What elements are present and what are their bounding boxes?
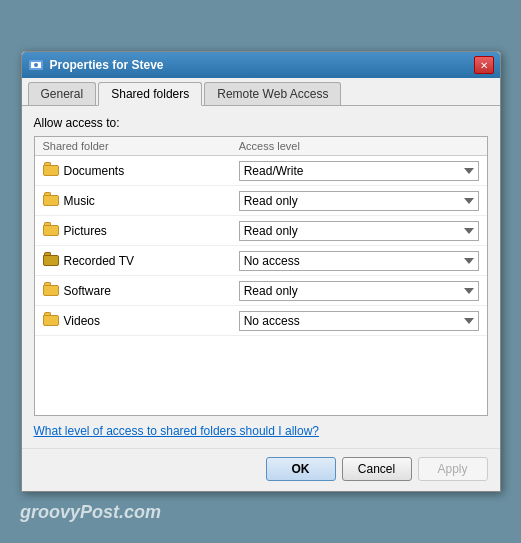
- folder-name: Recorded TV: [64, 254, 134, 268]
- access-select[interactable]: Read/WriteRead onlyNo access: [239, 221, 479, 241]
- folder-name: Documents: [64, 164, 125, 178]
- folder-name: Pictures: [64, 224, 107, 238]
- folder-name: Videos: [64, 314, 100, 328]
- folder-icon: [43, 312, 59, 329]
- table-row: VideosRead/WriteRead onlyNo access: [35, 306, 487, 336]
- table-row: PicturesRead/WriteRead onlyNo access: [35, 216, 487, 246]
- folder-name: Software: [64, 284, 111, 298]
- access-cell: Read/WriteRead onlyNo access: [239, 311, 479, 331]
- folder-name: Music: [64, 194, 95, 208]
- watermark: groovyPost.com: [20, 502, 161, 523]
- folder-cell: Documents: [43, 162, 239, 179]
- folder-cell: Software: [43, 282, 239, 299]
- folder-cell: Music: [43, 192, 239, 209]
- help-link[interactable]: What level of access to shared folders s…: [34, 424, 488, 438]
- table-row: DocumentsRead/WriteRead onlyNo access: [35, 156, 487, 186]
- tab-bar: General Shared folders Remote Web Access: [22, 78, 500, 106]
- col-header-folder: Shared folder: [43, 140, 239, 152]
- table-row: MusicRead/WriteRead onlyNo access: [35, 186, 487, 216]
- folder-icon: [43, 192, 59, 209]
- tab-shared-folders[interactable]: Shared folders: [98, 82, 202, 106]
- title-bar: Properties for Steve ✕: [22, 52, 500, 78]
- title-bar-buttons: ✕: [474, 56, 494, 74]
- ok-button[interactable]: OK: [266, 457, 336, 481]
- svg-point-2: [34, 63, 38, 67]
- folder-cell: Pictures: [43, 222, 239, 239]
- allow-access-label: Allow access to:: [34, 116, 488, 130]
- dialog-buttons: OK Cancel Apply: [22, 448, 500, 491]
- table-header: Shared folder Access level: [35, 137, 487, 156]
- access-cell: Read/WriteRead onlyNo access: [239, 161, 479, 181]
- access-cell: Read/WriteRead onlyNo access: [239, 191, 479, 211]
- title-bar-icon: [28, 57, 44, 73]
- tab-shared-folders-content: Allow access to: Shared folder Access le…: [22, 106, 500, 448]
- access-cell: Read/WriteRead onlyNo access: [239, 281, 479, 301]
- access-select[interactable]: Read/WriteRead onlyNo access: [239, 251, 479, 271]
- folder-cell: Recorded TV: [43, 252, 239, 269]
- table-row: SoftwareRead/WriteRead onlyNo access: [35, 276, 487, 306]
- folders-table: Shared folder Access level DocumentsRead…: [34, 136, 488, 416]
- access-select[interactable]: Read/WriteRead onlyNo access: [239, 161, 479, 181]
- access-select[interactable]: Read/WriteRead onlyNo access: [239, 281, 479, 301]
- access-cell: Read/WriteRead onlyNo access: [239, 221, 479, 241]
- folder-cell: Videos: [43, 312, 239, 329]
- table-row: Recorded TVRead/WriteRead onlyNo access: [35, 246, 487, 276]
- access-cell: Read/WriteRead onlyNo access: [239, 251, 479, 271]
- col-header-access: Access level: [239, 140, 479, 152]
- cancel-button[interactable]: Cancel: [342, 457, 412, 481]
- title-bar-text: Properties for Steve: [50, 58, 474, 72]
- folder-icon: [43, 222, 59, 239]
- folder-icon: [43, 252, 59, 269]
- folder-icon: [43, 162, 59, 179]
- close-button[interactable]: ✕: [474, 56, 494, 74]
- apply-button[interactable]: Apply: [418, 457, 488, 481]
- properties-dialog: Properties for Steve ✕ General Shared fo…: [21, 51, 501, 492]
- tab-remote-web-access[interactable]: Remote Web Access: [204, 82, 341, 105]
- access-select[interactable]: Read/WriteRead onlyNo access: [239, 311, 479, 331]
- access-select[interactable]: Read/WriteRead onlyNo access: [239, 191, 479, 211]
- tab-general[interactable]: General: [28, 82, 97, 105]
- folder-icon: [43, 282, 59, 299]
